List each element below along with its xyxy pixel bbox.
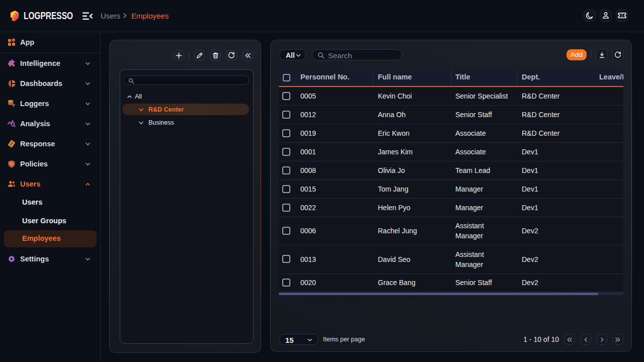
- svg-text:LOGPRESSO: LOGPRESSO: [24, 11, 73, 21]
